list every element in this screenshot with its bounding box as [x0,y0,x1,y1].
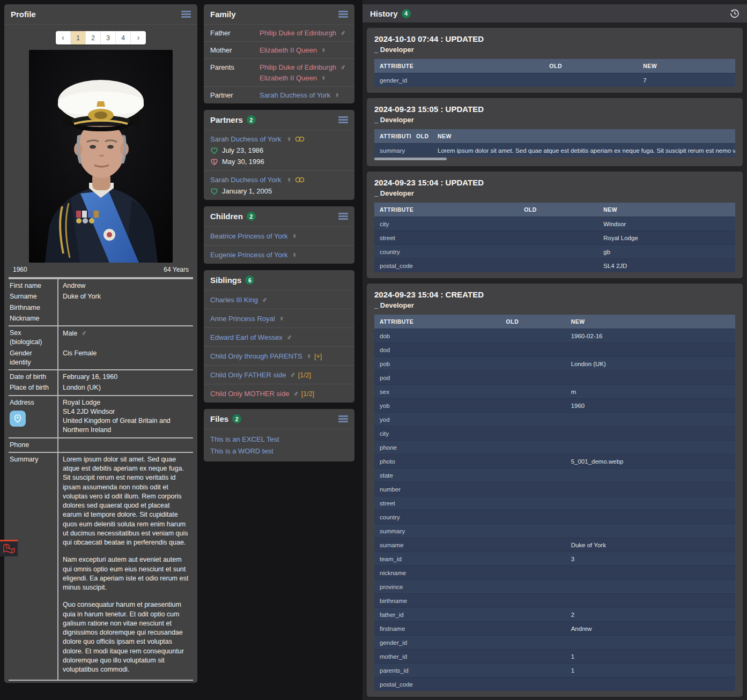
attribute-name: dob [374,329,501,343]
wedding-rings-icon [295,177,305,183]
map-pin-icon [14,414,21,423]
table-row: mother_id 1 [374,650,735,664]
history-entry: 2024-10-10 07:44 : UPDATED_ DeveloperATT… [367,28,743,93]
profile-row: Birthname [9,302,193,313]
pagination-prev-button[interactable]: ‹ [56,31,71,44]
family-relation-label: Partner [210,91,260,99]
table-row: photo 5_001_demo.webp [374,455,735,468]
profile-field-value: Male ♂ [58,326,193,348]
column-header: NEW [598,203,735,217]
profile-field-value: Royal LodgeSL4 2JD WindsorUnited Kingdom… [58,396,193,438]
person-link[interactable]: Philip Duke of Edinburgh [260,29,336,37]
pagination-next-button[interactable]: › [131,31,146,44]
person-link[interactable]: Elizabeth II Queen [260,46,317,54]
person-link[interactable]: Sarah Duchess of York [210,176,281,184]
children-menu-icon[interactable] [338,213,348,220]
profile-field-label: Place of birth [9,383,58,396]
family-row: PartnerSarah Duchess of York ♀ [204,87,354,103]
address-map-button[interactable] [10,411,26,427]
new-value: 2 [566,608,735,622]
relation-tag: [1/2] [301,390,314,398]
profile-photo[interactable] [29,50,173,263]
pagination-page-4[interactable]: 4 [116,31,131,44]
profile-menu-icon[interactable] [181,11,191,18]
old-value [501,329,566,343]
children-title: Children [210,212,243,221]
history-entry-heading: 2024-10-10 07:44 : UPDATED [374,34,735,43]
table-row: summary Lorem ipsum dolor sit amet. Sed … [374,144,735,158]
debugbar-toggle[interactable] [0,540,18,556]
siblings-count-badge: 6 [245,275,254,285]
table-row: pod [374,371,735,385]
profile-row: Sex (biological)Male ♂ [9,326,193,348]
files-menu-icon[interactable] [338,415,348,422]
old-value [501,608,566,622]
table-row: father_id 2 [374,608,735,622]
history-change-table: ATTRIBUTEOLDNEWdob 1960-02-16dod pob Lon… [374,315,735,691]
attribute-name: yob [374,399,501,413]
attribute-name: state [374,468,501,482]
table-row: birthname [374,594,735,608]
column-header: ATTRIBUTE [374,203,519,217]
family-menu-icon[interactable] [338,11,348,18]
person-link[interactable]: Edward Earl of Wessex [210,333,283,341]
male-symbol: ♂ [291,390,298,398]
table-row: yod [374,413,735,427]
profile-field-value [58,438,193,452]
profile-field-value: February 16, 1960 [58,370,193,383]
column-header: OLD [544,59,638,73]
person-link[interactable]: Anne Princess Royal [210,315,275,323]
profile-row: Gender identityCis Female [9,348,193,370]
female-symbol: ♀ [319,46,326,54]
new-value [566,594,735,608]
old-value [501,650,566,664]
female-symbol: ♀ [305,352,312,360]
new-value [566,580,735,594]
male-symbol: ♂ [79,329,86,337]
file-link[interactable]: This is an EXCEL Test [210,435,279,443]
event-date-text: May 30, 1996 [222,158,264,166]
pagination-page-2[interactable]: 2 [86,31,101,44]
attribute-name: number [374,482,501,496]
profile-field-label: Nickname [9,313,58,326]
history-refresh-icon[interactable] [730,9,739,18]
partners-header: Partners 2 [204,110,354,130]
history-change-table: ATTRIBUTEOLDNEWgender_id 7 [374,59,735,87]
table-row: sex m [374,385,735,399]
profile-field-label: Sex (biological) [9,326,58,348]
new-value: 7 [638,73,735,87]
person-link[interactable]: Child Only FATHER side [210,371,286,379]
history-entry: 2024-09-23 15:04 : UPDATED_ DeveloperATT… [367,172,743,278]
pagination-page-1[interactable]: 1 [71,31,86,44]
person-link[interactable]: Philip Duke of Edinburgh [260,63,336,71]
family-title: Family [210,10,236,19]
new-value [566,677,735,691]
table-row: firstname Andrew [374,622,735,636]
person-link[interactable]: Child Only MOTHER side [210,390,289,398]
person-link[interactable]: Elizabeth II Queen [260,74,317,82]
pagination-page-3[interactable]: 3 [101,31,116,44]
person-link[interactable]: Charles III King [210,296,258,304]
table-row: city [374,427,735,441]
family-row: FatherPhilip Duke of Edinburgh ♂ [204,25,354,42]
table-row: postal_code [374,677,735,691]
siblings-title: Siblings [210,275,241,285]
person-link[interactable]: Sarah Duchess of York [210,135,281,143]
old-value [501,510,566,524]
person-link[interactable]: Sarah Duchess of York [260,91,330,99]
history-entry-heading: 2024-09-23 15:04 : CREATED [374,290,735,299]
history-entry-heading: 2024-09-23 15:04 : UPDATED [374,178,735,187]
person-link[interactable]: Beatrice Princess of York [210,232,288,240]
profile-field-value: Duke of York [58,292,193,302]
history-change-table: ATTRIBUTEOLDNEWsummary Lorem ipsum dolor… [374,129,735,157]
person-link[interactable]: Eugenie Princess of York [210,251,288,259]
partners-menu-icon[interactable] [338,116,348,123]
person-link[interactable]: Child Only through PARENTS [210,352,302,360]
column-header: NEW [432,129,735,144]
children-header: Children 2 [204,206,354,227]
list-item: Child Only through PARENTS ♀[+] [204,347,354,366]
old-value [501,399,566,413]
files-count-badge: 2 [232,414,241,423]
file-link[interactable]: This is a WORD test [210,447,273,455]
horizontal-scrollbar[interactable] [374,158,447,160]
